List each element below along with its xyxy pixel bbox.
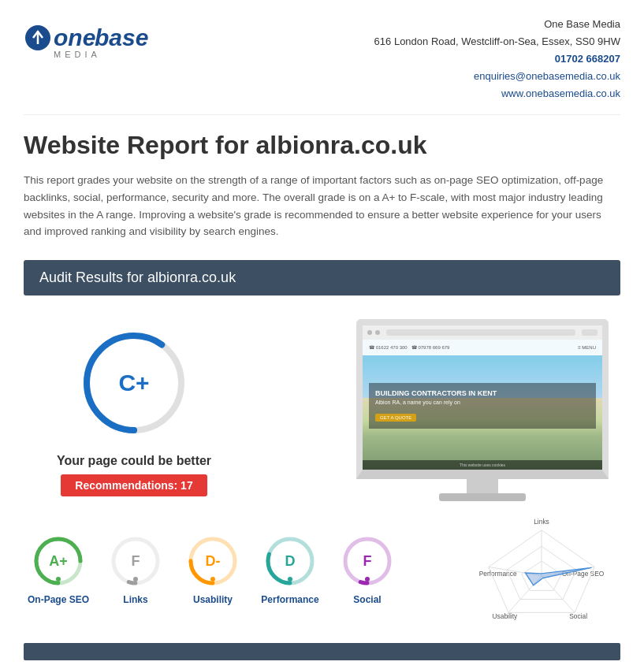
svg-text:MEDIA: MEDIA <box>54 50 101 59</box>
company-phone: 01702 668207 <box>374 50 620 68</box>
score-label-3: Performance <box>261 594 318 605</box>
site-hero-title: BUILDING CONTRACTORS IN KENT <box>375 389 590 397</box>
report-description: This report grades your website on the s… <box>24 172 620 240</box>
scores-row: A+ On-Page SEO F Links D- Usability <box>24 525 402 613</box>
score-circle-3: D <box>262 533 318 589</box>
monitor-dot-2 <box>375 330 380 335</box>
site-hero: BUILDING CONTRACTORS IN KENT Albion RA, … <box>363 359 602 470</box>
score-label-1: Links <box>123 594 147 605</box>
score-circle-1: F <box>107 533 164 589</box>
radar-chart: Links On-Page SEO Social Usability Perfo… <box>463 517 620 627</box>
score-circle-4: F <box>339 533 396 589</box>
site-cookie-text: This website uses cookies <box>460 463 505 467</box>
site-nav-bar: ☎ 01622 470 300 ☎ 07978 669 679 ≡ MENU <box>363 340 602 355</box>
company-website: www.onebasemedia.co.uk <box>374 85 620 102</box>
score-dot-4 <box>365 577 370 582</box>
website-screenshot: ☎ 01622 470 300 ☎ 07978 669 679 ≡ MENU B… <box>363 340 602 470</box>
score-label-2: Usability <box>193 594 233 605</box>
logo-area: one base MEDIA <box>24 16 166 67</box>
monitor-top-bar <box>363 325 602 340</box>
header: one base MEDIA One Base Media 616 London… <box>24 16 620 115</box>
score-label-0: On-Page SEO <box>28 594 89 605</box>
monitor-wrapper: ☎ 01622 470 300 ☎ 07978 669 679 ≡ MENU B… <box>344 319 620 501</box>
company-logo: one base MEDIA <box>24 16 166 67</box>
svg-text:Social: Social <box>569 612 587 620</box>
score-dot-2 <box>210 577 215 582</box>
monitor-frame: ☎ 01622 470 300 ☎ 07978 669 679 ≡ MENU B… <box>356 319 609 479</box>
grade-description: Your page could be better <box>57 454 211 468</box>
score-grade-2: D- <box>206 552 221 569</box>
overall-grade-circle: C+ <box>75 324 193 442</box>
score-grade-1: F <box>132 552 140 569</box>
site-cta-button: GET A QUOTE <box>375 414 416 422</box>
score-dot-3 <box>288 577 292 582</box>
svg-text:one: one <box>54 24 95 50</box>
score-label-4: Social <box>353 594 381 605</box>
site-hero-text: BUILDING CONTRACTORS IN KENT Albion RA, … <box>369 383 596 429</box>
score-item-on-page-seo: A+ On-Page SEO <box>24 533 93 605</box>
svg-text:Links: Links <box>534 518 549 526</box>
score-grade-0: A+ <box>49 552 68 569</box>
company-address: 616 London Road, Westcliff-on-Sea, Essex… <box>374 33 620 50</box>
score-item-links: F Links <box>101 533 170 605</box>
report-title: Website Report for albionra.co.uk <box>24 131 620 160</box>
website-preview-section: ☎ 01622 470 300 ☎ 07978 669 679 ≡ MENU B… <box>344 319 620 501</box>
score-dot-0 <box>56 577 61 582</box>
audit-content: C+ Your page could be better Recommendat… <box>24 311 620 517</box>
audit-title: Audit Results for albionra.co.uk <box>39 269 236 285</box>
monitor-stand-neck <box>467 479 498 493</box>
svg-text:Usability: Usability <box>493 612 518 620</box>
site-footer-bar: This website uses cookies <box>363 460 602 470</box>
score-dot-1 <box>133 577 138 582</box>
score-item-social: F Social <box>333 533 402 605</box>
recommendations-badge: Recommendations: 17 <box>61 474 207 496</box>
overall-grade-label: C+ <box>118 370 149 396</box>
svg-text:base: base <box>95 24 148 50</box>
page: one base MEDIA One Base Media 616 London… <box>0 0 644 669</box>
grade-section: C+ Your page could be better Recommendat… <box>24 324 244 496</box>
company-name: One Base Media <box>374 16 620 33</box>
audit-header: Audit Results for albionra.co.uk <box>24 260 620 295</box>
radar-section: Links On-Page SEO Social Usability Perfo… <box>463 517 620 627</box>
company-email: enquiries@onebasemedia.co.uk <box>374 68 620 85</box>
site-hero-subtitle: Albion RA, a name you can rely on <box>375 400 590 405</box>
monitor-dot-1 <box>367 330 372 335</box>
score-circle-2: D- <box>184 533 241 589</box>
score-circle-0: A+ <box>30 533 87 589</box>
bottom-bar <box>24 643 620 660</box>
score-item-usability: D- Usability <box>178 533 248 605</box>
score-item-performance: D Performance <box>255 533 325 605</box>
contact-info: One Base Media 616 London Road, Westclif… <box>374 16 620 102</box>
monitor-stand-base <box>439 493 526 501</box>
score-grade-4: F <box>363 552 372 569</box>
score-grade-3: D <box>285 552 296 569</box>
